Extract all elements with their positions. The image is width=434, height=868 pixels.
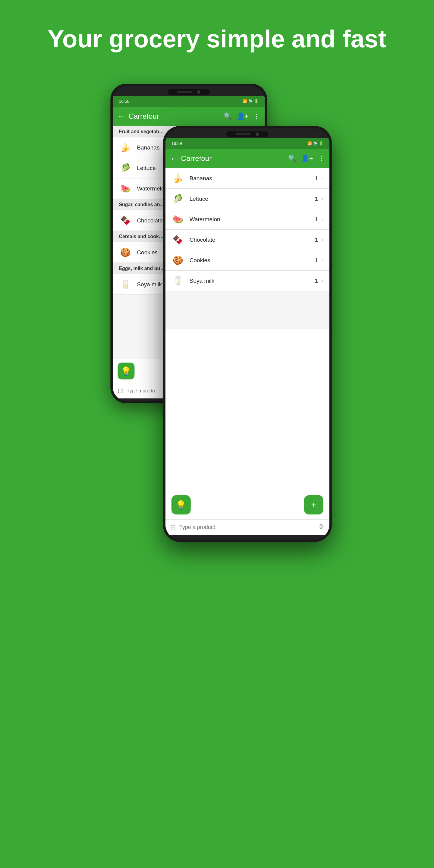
back-phone-add-person-icon[interactable]: 👤+ (237, 113, 249, 120)
front-watermelon-count: 1 (315, 216, 318, 223)
front-soya-name: Soya milk (190, 278, 315, 284)
bananas-emoji: 🍌 (119, 143, 132, 153)
front-phone-more-icon[interactable]: ⋮ (318, 155, 324, 162)
front-phone-toolbar: ← Carrefour 🔍 👤+ ⋮ (165, 149, 330, 168)
sim-icon: 📶 (243, 99, 247, 103)
front-phone-notch-area (165, 128, 330, 138)
back-phone-status-icons: 📶 📡 🔋 (243, 99, 258, 103)
front-item-cookies[interactable]: 🍪 Cookies 1 › (165, 250, 330, 271)
back-phone-status-bar: 16:58 📶 📡 🔋 (113, 96, 265, 107)
back-phone-toolbar: ← Carrefour 🔍 👤+ ⋮ (113, 107, 265, 126)
front-bananas-name: Bananas (190, 175, 315, 182)
phone-front-inner: 16:59 📶 📡 🔋 ← Carrefour 🔍 👤+ ⋮ (165, 128, 330, 539)
front-chocolate-emoji: 🍫 (172, 235, 185, 245)
battery-icon: 🔋 (254, 99, 258, 103)
front-chocolate-count: 1 (315, 237, 318, 243)
phones-container: 16:58 📶 📡 🔋 ← Carrefour 🔍 👤+ ⋮ (0, 72, 434, 795)
front-phone-notch (226, 131, 269, 137)
mic-icon-front[interactable]: 🎙 (318, 523, 324, 531)
front-cookies-count: 1 (315, 257, 318, 264)
front-phone-status-icons: 📶 📡 🔋 (307, 141, 323, 146)
front-phone-back-button[interactable]: ← (170, 154, 178, 163)
front-watermelon-emoji: 🍉 (172, 214, 185, 224)
front-bananas-chevron: › (321, 175, 323, 181)
lettuce-emoji: 🥬 (119, 163, 132, 173)
front-phone-search-input[interactable] (179, 524, 314, 530)
chocolate-emoji: 🍫 (119, 216, 132, 225)
front-phone-camera (255, 132, 259, 136)
back-phone-toolbar-icons: 🔍 👤+ ⋮ (224, 113, 260, 120)
front-watermelon-chevron: › (321, 216, 323, 222)
front-item-chocolate[interactable]: 🍫 Chocolate 1 › (165, 230, 330, 250)
barcode-icon-front: ⊟ (170, 523, 176, 531)
front-phone-status-bar: 16:59 📶 📡 🔋 (165, 138, 330, 149)
front-phone-add-person-icon[interactable]: 👤+ (301, 155, 313, 162)
back-phone-bulb-button[interactable]: 💡 (118, 363, 134, 379)
front-chocolate-chevron: › (321, 237, 323, 243)
add-icon-front: + (311, 500, 316, 510)
front-lettuce-name: Lettuce (190, 195, 315, 202)
bulb-icon-back: 💡 (121, 366, 131, 376)
front-item-bananas[interactable]: 🍌 Bananas 1 › (165, 168, 330, 189)
front-lettuce-chevron: › (321, 195, 323, 202)
soya-emoji: 🥛 (119, 279, 132, 289)
watermelon-emoji: 🍉 (119, 184, 132, 193)
front-phone-toolbar-icons: 🔍 👤+ ⋮ (288, 155, 324, 162)
front-item-lettuce[interactable]: 🥬 Lettuce 1 › (165, 189, 330, 209)
front-phone-speaker (236, 133, 251, 135)
front-cookies-name: Cookies (190, 257, 315, 264)
front-item-watermelon[interactable]: 🍉 Watermelon 1 › (165, 209, 330, 230)
front-bananas-count: 1 (315, 175, 318, 182)
back-phone-more-icon[interactable]: ⋮ (253, 113, 260, 120)
back-phone-notch (167, 89, 210, 95)
front-lettuce-count: 1 (315, 195, 318, 202)
front-cookies-chevron: › (321, 257, 323, 264)
front-phone-add-button[interactable]: + (304, 495, 323, 515)
back-phone-time: 16:58 (119, 99, 129, 104)
front-chocolate-name: Chocolate (190, 237, 315, 243)
front-sim-icon: 📶 (307, 141, 312, 146)
front-lettuce-emoji: 🥬 (172, 194, 185, 204)
front-wifi-icon: 📡 (313, 141, 318, 146)
front-cookies-emoji: 🍪 (172, 255, 185, 265)
back-phone-back-button[interactable]: ← (118, 112, 125, 121)
front-soya-emoji: 🥛 (172, 276, 185, 286)
back-phone-search-icon[interactable]: 🔍 (224, 113, 232, 120)
front-battery-icon: 🔋 (319, 141, 323, 146)
front-phone-bulb-button[interactable]: 💡 (172, 495, 191, 515)
bulb-icon-front: 💡 (176, 500, 186, 510)
front-phone-list-area: 🍌 Bananas 1 › 🥬 Lettuce 1 › 🍉 Watermelon (165, 168, 330, 330)
back-phone-notch-area (113, 86, 265, 96)
front-phone-spacer (165, 330, 330, 491)
wifi-icon: 📡 (248, 99, 253, 103)
front-phone-screen: 16:59 📶 📡 🔋 ← Carrefour 🔍 👤+ ⋮ (165, 138, 330, 535)
front-item-soya[interactable]: 🥛 Soya milk 1 › (165, 271, 330, 291)
front-soya-chevron: › (321, 278, 323, 284)
front-bananas-emoji: 🍌 (172, 173, 185, 183)
front-soya-count: 1 (315, 278, 318, 284)
back-phone-camera (197, 90, 200, 94)
barcode-icon-back: ⊟ (118, 387, 123, 395)
front-phone-search-icon[interactable]: 🔍 (288, 155, 296, 162)
front-phone-bottom-buttons: 💡 + (165, 490, 330, 519)
hero-title: Your grocery simple and fast (0, 0, 434, 72)
front-watermelon-name: Watermelon (190, 216, 315, 223)
front-phone-toolbar-title: Carrefour (181, 154, 284, 163)
front-phone-search-bar[interactable]: ⊟ 🎙 (165, 519, 330, 535)
back-phone-speaker (177, 91, 192, 93)
cookies-emoji: 🍪 (119, 247, 132, 257)
back-phone-toolbar-title: Carrefour (128, 112, 220, 121)
phone-front: 16:59 📶 📡 🔋 ← Carrefour 🔍 👤+ ⋮ (163, 126, 332, 542)
front-phone-time: 16:59 (172, 141, 182, 146)
